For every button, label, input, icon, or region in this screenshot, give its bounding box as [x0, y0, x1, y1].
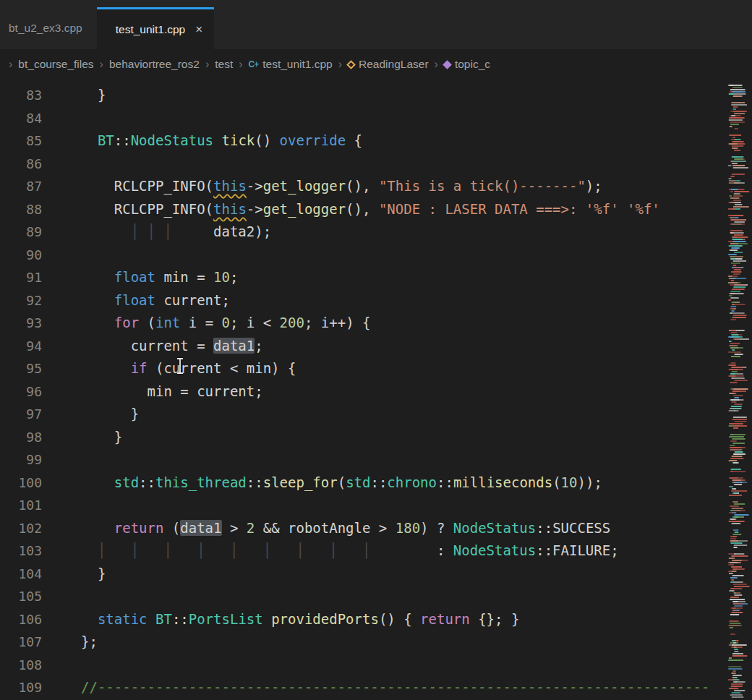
code-line-text [42, 244, 81, 267]
line-number[interactable]: 92 [0, 289, 42, 312]
line-number[interactable]: 106 [0, 608, 42, 631]
code-token: } [81, 406, 139, 422]
minimap-canvas [727, 80, 752, 700]
code-token [81, 542, 98, 558]
line-number[interactable]: 95 [0, 357, 42, 380]
code-line[interactable]: 106 static BT::PortsList providedPorts()… [0, 608, 727, 631]
line-number[interactable]: 91 [0, 266, 42, 289]
code-line[interactable]: 91 float min = 10; [0, 266, 727, 289]
line-number[interactable]: 87 [0, 175, 42, 198]
code-line[interactable]: 103 │ │ │ │ │ │ │ │ │ : NodeStatus::FAIL… [0, 539, 727, 563]
code-line[interactable]: 95 if (current < min) { [0, 357, 727, 380]
breadcrumb-item-topic_c[interactable]: topic_c [444, 58, 490, 71]
code-token: ( [552, 474, 560, 490]
code-token [81, 383, 148, 399]
code-line[interactable]: 98 } [0, 426, 727, 449]
code-line[interactable]: 90 [0, 244, 727, 267]
code-token: milliseconds [453, 474, 552, 490]
line-number[interactable]: 104 [0, 563, 42, 586]
line-number[interactable]: 107 [0, 631, 42, 654]
line-number[interactable]: 84 [0, 107, 42, 130]
code-token: chrono [387, 474, 437, 490]
code-line[interactable]: 105 [0, 585, 727, 608]
code-line[interactable]: 99 [0, 448, 727, 471]
code-line[interactable]: 88 RCLCPP_INFO(this->get_logger(), "NODE… [0, 198, 727, 221]
minimap[interactable] [727, 80, 752, 700]
code-lines: 83 }8485 BT::NodeStatus tick() override … [0, 84, 727, 699]
line-number[interactable]: 94 [0, 335, 42, 358]
line-number[interactable]: 100 [0, 471, 42, 495]
code-line[interactable]: 104 } [0, 563, 727, 586]
code-line-text: } [42, 84, 106, 107]
code-line[interactable]: 83 } [0, 84, 727, 107]
line-number[interactable]: 102 [0, 517, 42, 540]
breadcrumb-label: behaviortree_ros2 [109, 58, 200, 71]
tab-bt_u2_ex3.cpp[interactable]: bt_u2_ex3.cpp [0, 7, 97, 49]
code-token: std [114, 474, 139, 490]
breadcrumb-item-bt_course_files[interactable]: bt_course_files [18, 58, 93, 71]
code-line[interactable]: 93 for (int i = 0; i < 200; i++) { [0, 312, 727, 335]
code-line[interactable]: 96 min = current; [0, 380, 727, 404]
line-number[interactable]: 105 [0, 585, 42, 608]
code-line[interactable]: 109//-----------------------------------… [0, 676, 727, 699]
code-line[interactable]: 87 RCLCPP_INFO(this->get_logger(), "This… [0, 175, 727, 198]
code-line-text: current = data1; [42, 335, 263, 358]
code-token: BT [155, 611, 172, 627]
line-number[interactable]: 96 [0, 380, 42, 404]
line-number[interactable]: 86 [0, 153, 42, 176]
line-number[interactable]: 99 [0, 448, 42, 471]
code-line-text [42, 494, 81, 517]
line-number[interactable]: 88 [0, 198, 42, 221]
line-number[interactable]: 108 [0, 654, 42, 677]
code-token: :: [437, 474, 453, 490]
code-token: ; [255, 338, 262, 354]
breadcrumb-item-behaviortree_ros2[interactable]: behaviortree_ros2 [109, 58, 200, 71]
code-token: min = [155, 269, 213, 285]
line-number[interactable]: 93 [0, 312, 42, 335]
code-token: 10 [213, 269, 230, 285]
code-line[interactable]: 97 } [0, 403, 727, 426]
close-icon[interactable]: × [195, 22, 202, 37]
code-token: (), [346, 201, 379, 217]
breadcrumb-item-ReadingLaser[interactable]: ReadingLaser [348, 58, 429, 71]
code-line[interactable]: 86 [0, 153, 727, 176]
code-token: () { [379, 611, 420, 627]
code-token: ( [163, 520, 180, 536]
code-line[interactable]: 94 current = data1; [0, 335, 727, 358]
code-line[interactable]: 101 [0, 494, 727, 517]
breadcrumb-item-test_unit1.cpp[interactable]: C+test_unit1.cpp [249, 58, 333, 71]
code-line-text: return (data1 > 2 && robotAngle > 180) ?… [42, 517, 610, 540]
code-line[interactable]: 84 [0, 107, 727, 130]
tab-test_unit1.cpp[interactable]: test_unit1.cpp× [97, 7, 214, 49]
code-token: ; i++) { [304, 315, 371, 330]
code-line[interactable]: 102 return (data1 > 2 && robotAngle > 18… [0, 517, 727, 540]
code-token: get_logger [263, 201, 346, 217]
code-editor[interactable]: 83 }8485 BT::NodeStatus tick() override … [0, 80, 727, 700]
code-line[interactable]: 100 std::this_thread::sleep_for(std::chr… [0, 471, 727, 495]
code-line-text: } [42, 563, 106, 586]
code-token [81, 201, 114, 217]
line-number[interactable]: 90 [0, 244, 42, 267]
code-token: return [420, 611, 470, 627]
line-number[interactable]: 85 [0, 129, 42, 153]
code-line[interactable]: 89 │ │ │ data2); [0, 221, 727, 244]
code-token: > [222, 520, 247, 536]
code-line[interactable]: 85 BT::NodeStatus tick() override { [0, 129, 727, 153]
code-token: min = current; [148, 383, 263, 399]
code-token: { [346, 132, 362, 148]
line-number[interactable]: 98 [0, 426, 42, 449]
line-number[interactable]: 101 [0, 494, 42, 517]
code-line-text [42, 448, 81, 471]
line-number[interactable]: 103 [0, 539, 42, 563]
breadcrumb-item-test[interactable]: test [215, 58, 233, 71]
line-number[interactable]: 83 [0, 84, 42, 107]
code-line[interactable]: 107}; [0, 631, 727, 654]
line-number[interactable]: 97 [0, 403, 42, 426]
line-number[interactable]: 89 [0, 221, 42, 244]
line-number[interactable]: 109 [0, 676, 42, 699]
code-line[interactable]: 92 float current; [0, 289, 727, 312]
code-token: :: [247, 474, 263, 490]
code-token: i = [180, 315, 221, 330]
code-line-text [42, 585, 81, 608]
code-line[interactable]: 108 [0, 654, 727, 677]
